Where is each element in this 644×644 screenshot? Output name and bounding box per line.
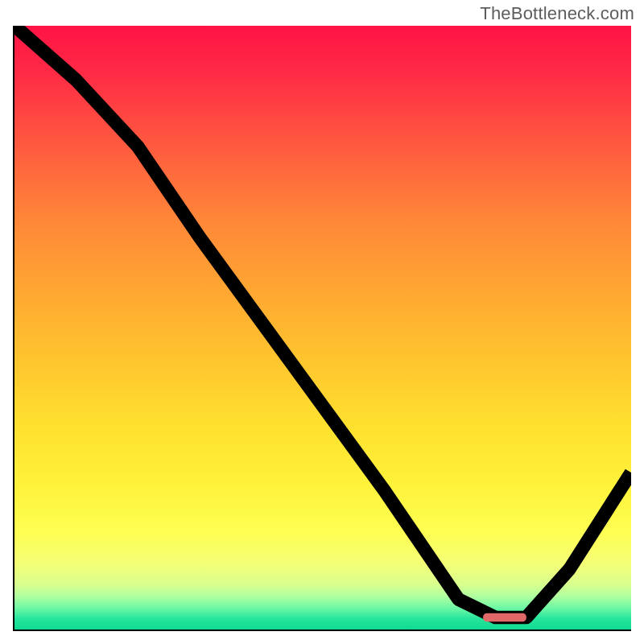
chart-svg <box>14 26 631 630</box>
plot-area <box>13 26 631 631</box>
chart-container: TheBottleneck.com <box>0 0 644 644</box>
watermark-label: TheBottleneck.com <box>480 3 634 24</box>
data-curve <box>14 26 631 617</box>
optimum-marker <box>483 613 526 622</box>
